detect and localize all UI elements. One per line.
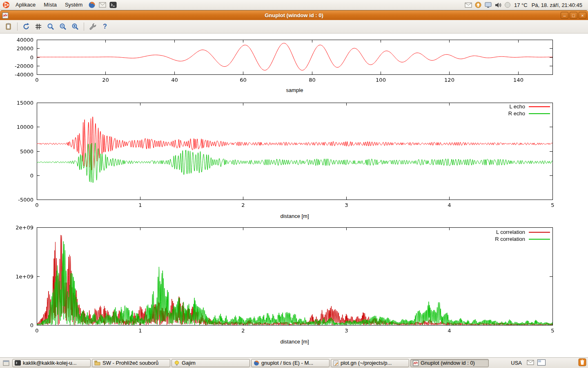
taskbar-item-editor[interactable]: plot.gn (~/projects/p... — [331, 359, 409, 367]
toolbar-separator — [84, 22, 84, 31]
minimize-button[interactable]: – — [561, 12, 568, 19]
help-button[interactable]: ? — [100, 21, 110, 32]
gajim-icon — [174, 360, 180, 366]
taskbar-item-label: kaklik@kaklik-kolej-u... — [23, 360, 77, 366]
panel-left: Aplikace Místa Systém — [0, 0, 118, 10]
maximize-button[interactable]: □ — [570, 12, 577, 19]
zoom-in-button[interactable] — [70, 21, 80, 32]
terminal-icon[interactable] — [109, 0, 118, 9]
taskbar-item-gajim[interactable]: Gajim — [172, 359, 250, 367]
menu-places[interactable]: Místa — [40, 0, 61, 10]
wrench-icon[interactable] — [87, 21, 98, 32]
taskbar-item-label: gnuplot / tics (E) - M... — [261, 360, 313, 366]
legend-line-sample — [529, 106, 550, 107]
taskbar-item-label: Gnuplot (window id : 0) — [421, 360, 475, 366]
text-editor-icon — [333, 360, 339, 366]
zoom-previous-button[interactable] — [45, 21, 56, 32]
window-titlebar[interactable]: Gnuplot (window id : 0) – □ × — [0, 10, 588, 21]
zoom-out-button[interactable] — [58, 21, 68, 32]
distributor-logo-icon[interactable] — [2, 1, 10, 9]
grid-icon[interactable] — [33, 21, 44, 32]
question-icon: ? — [103, 23, 107, 30]
show-desktop-button[interactable] — [2, 359, 11, 367]
display-icon[interactable] — [484, 1, 492, 9]
chart-middle-xlabel: distance [m] — [37, 213, 552, 219]
update-icon[interactable] — [474, 1, 482, 9]
toolbar-separator — [17, 22, 18, 31]
panel-tray: 17 °C Pá, 18. září, 21:40:45 — [463, 0, 588, 10]
taskbar-item-label: Gajim — [182, 360, 196, 366]
menu-system[interactable]: Systém — [61, 0, 87, 10]
keyboard-layout-indicator[interactable]: USA — [509, 360, 523, 366]
refresh-icon[interactable] — [21, 21, 31, 32]
legend-label: L correlation — [496, 229, 525, 235]
temperature-indicator[interactable]: 17 °C — [514, 2, 528, 8]
taskbar-item-browser[interactable]: gnuplot / tics (E) - M... — [251, 359, 330, 367]
taskbar: kaklik@kaklik-kolej-u... SW - Prohlížeč … — [0, 357, 588, 368]
clock[interactable]: Pá, 18. září, 21:40:45 — [532, 2, 582, 8]
window-controls: – □ × — [561, 12, 586, 19]
legend-label: L echo — [509, 103, 525, 110]
terminal-icon — [15, 360, 21, 366]
desktop: Aplikace Místa Systém — [0, 0, 588, 368]
taskbar-item-label: plot.gn (~/projects/p... — [341, 360, 392, 366]
copy-button[interactable] — [3, 21, 14, 32]
weather-icon[interactable] — [503, 1, 512, 9]
taskbar-item-file-manager[interactable]: SW - Prohlížeč souborů — [92, 359, 170, 367]
menu-applications[interactable]: Aplikace — [11, 0, 40, 10]
trash-icon[interactable] — [578, 358, 586, 368]
workspace-switcher-icon[interactable] — [537, 359, 546, 367]
mail-icon[interactable] — [98, 0, 107, 9]
legend-label: R echo — [508, 110, 525, 117]
taskbar-item-terminal[interactable]: kaklik@kaklik-kolej-u... — [12, 359, 91, 367]
file-manager-icon — [94, 360, 100, 366]
chart-top-xlabel: sample — [37, 87, 552, 93]
volume-icon[interactable] — [494, 1, 502, 9]
window-toolbar: ? — [0, 20, 588, 34]
window-title: Gnuplot (window id : 0) — [0, 11, 588, 20]
chart-bottom-xlabel: distance [m] — [37, 339, 552, 345]
legend-line-sample — [529, 232, 550, 233]
legend-line-sample — [529, 239, 550, 240]
firefox-icon — [254, 360, 259, 366]
top-panel: Aplikace Místa Systém — [0, 0, 588, 10]
gnuplot-icon — [413, 360, 419, 366]
plot-area: sample L echo R echo distance [m] L corr… — [0, 34, 588, 357]
chart-bottom-legend: L correlation R correlation — [495, 229, 550, 242]
chart-top-canvas[interactable] — [0, 37, 588, 86]
taskbar-right: USA — [509, 358, 586, 368]
chart-middle-legend: L echo R echo — [508, 103, 550, 117]
chart-middle-canvas[interactable] — [0, 98, 588, 209]
taskbar-item-label: SW - Prohlížeč souborů — [102, 360, 158, 366]
mail-notification-icon[interactable] — [464, 1, 472, 9]
taskbar-item-gnuplot[interactable]: Gnuplot (window id : 0) — [410, 359, 489, 367]
legend-label: R correlation — [495, 236, 525, 242]
mail-icon[interactable] — [527, 360, 534, 366]
firefox-icon[interactable] — [87, 0, 96, 9]
legend-line-sample — [529, 113, 550, 114]
close-button[interactable]: × — [579, 12, 586, 19]
